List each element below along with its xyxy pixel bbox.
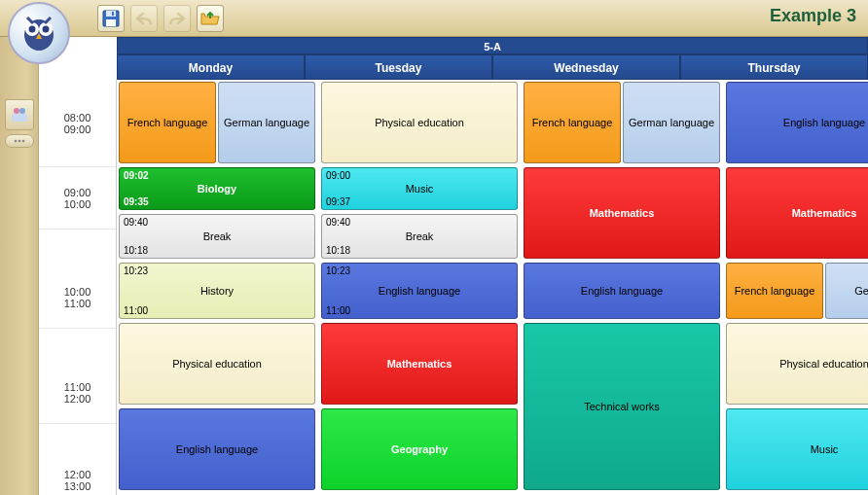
day-column-wed: French languageGerman languageMathematic… — [522, 80, 724, 495]
svg-point-14 — [18, 140, 20, 143]
svg-point-13 — [14, 140, 17, 143]
lesson-block[interactable]: Geography — [321, 408, 518, 490]
lesson-end: 11:00 — [124, 305, 148, 316]
svg-rect-9 — [112, 12, 114, 16]
time-slot: 08:0009:00 — [39, 80, 116, 167]
lesson-block[interactable]: Physical education — [119, 323, 315, 405]
open-button[interactable] — [197, 5, 224, 32]
lesson-block[interactable]: 10:23English language11:00 — [321, 263, 518, 319]
lesson-label: English language — [176, 443, 258, 455]
lesson-block[interactable]: 09:40Break10:18 — [321, 214, 518, 259]
lesson-label: Mathematics — [590, 207, 655, 219]
lesson-label: Music — [406, 183, 434, 194]
lesson-block[interactable]: English language — [524, 263, 720, 319]
lesson-end: 10:18 — [326, 245, 350, 256]
lesson-block[interactable]: German — [825, 263, 868, 319]
time-slot: 10:0011:00 — [39, 266, 116, 329]
toolbar: Example 3 — [0, 0, 868, 37]
lesson-label: Mathematics — [387, 358, 452, 370]
lesson-label: Music — [811, 443, 839, 455]
lesson-label: Physical education — [172, 358, 262, 370]
lesson-block[interactable]: French language — [524, 82, 621, 163]
lesson-label: History — [200, 285, 234, 297]
lesson-block[interactable]: 09:02Biology09:35 — [119, 167, 315, 210]
lesson-label: Physical education — [779, 358, 868, 370]
rail-collapse-button[interactable] — [5, 134, 34, 148]
content-area: 5-A MondayTuesdayWednesdayThursday 08:00… — [0, 37, 868, 495]
lesson-label: French language — [127, 117, 208, 128]
svg-rect-7 — [106, 11, 116, 17]
people-icon — [10, 106, 29, 124]
lesson-end: 11:00 — [326, 305, 350, 316]
svg-point-11 — [19, 108, 25, 114]
lesson-block[interactable]: French language — [726, 263, 823, 319]
lesson-block[interactable]: Mathematics — [321, 323, 518, 405]
lesson-block[interactable]: 10:23History11:00 — [119, 263, 315, 319]
lesson-label: Physical education — [375, 117, 464, 128]
lesson-end: 10:18 — [124, 245, 148, 256]
svg-point-4 — [43, 26, 50, 33]
save-button[interactable] — [97, 5, 125, 32]
timetable-grid: 5-A MondayTuesdayWednesdayThursday 08:00… — [39, 37, 868, 495]
undo-button — [130, 5, 158, 32]
lesson-block[interactable]: Music — [726, 408, 868, 490]
folder-open-icon — [200, 11, 220, 26]
lesson-start: 09:00 — [326, 170, 350, 181]
lesson-end: 09:37 — [326, 196, 350, 207]
svg-point-3 — [29, 26, 36, 33]
time-column: 08:0009:0009:0010:0010:0011:0011:0012:00… — [39, 80, 117, 495]
day-header-thursday[interactable]: Thursday — [680, 54, 868, 80]
app-logo[interactable] — [8, 2, 70, 64]
lesson-label: French language — [532, 117, 613, 128]
lesson-block[interactable]: German language — [623, 82, 720, 163]
lesson-block[interactable]: English language — [726, 82, 868, 163]
lesson-label: German — [854, 285, 868, 297]
time-slot: 11:0012:00 — [39, 362, 116, 424]
svg-rect-8 — [106, 19, 116, 26]
owl-icon — [18, 12, 60, 54]
lesson-block[interactable]: Mathematics — [524, 167, 720, 259]
lesson-block[interactable]: French language — [119, 82, 216, 163]
day-column-thu: English languageMathematicsFrench langua… — [724, 80, 868, 495]
side-rail — [0, 37, 39, 495]
undo-icon — [135, 12, 153, 25]
class-header[interactable]: 5-A — [117, 37, 868, 54]
svg-rect-12 — [12, 114, 27, 122]
lesson-block[interactable]: Physical education — [321, 82, 518, 163]
lesson-start: 10:23 — [124, 265, 148, 276]
day-header-row: MondayTuesdayWednesdayThursday — [117, 54, 868, 80]
lesson-label: Break — [406, 230, 434, 242]
time-slot: 12:0013:00 — [39, 449, 116, 495]
svg-point-15 — [21, 140, 24, 143]
lesson-label: German language — [629, 117, 714, 128]
svg-point-10 — [14, 108, 19, 114]
lesson-start: 09:02 — [124, 170, 149, 181]
lesson-block[interactable]: Technical works — [524, 323, 720, 490]
rail-classes-button[interactable] — [5, 99, 34, 130]
time-slot: 09:0010:00 — [39, 167, 116, 230]
schedule-cells: French languageGerman language09:02Biolo… — [117, 80, 868, 495]
lesson-end: 09:35 — [124, 196, 149, 207]
day-header-wednesday[interactable]: Wednesday — [492, 54, 680, 80]
day-header-tuesday[interactable]: Tuesday — [305, 54, 492, 80]
redo-button — [163, 5, 191, 32]
lesson-block[interactable]: German language — [218, 82, 315, 163]
lesson-block[interactable]: English language — [119, 408, 315, 490]
redo-icon — [168, 12, 186, 25]
lesson-start: 09:40 — [326, 217, 350, 228]
lesson-label: Geography — [391, 443, 448, 455]
lesson-label: Technical works — [584, 401, 660, 412]
lesson-block[interactable]: Mathematics — [726, 167, 868, 259]
day-column-mon: French languageGerman language09:02Biolo… — [117, 80, 319, 495]
lesson-block[interactable]: 09:00Music09:37 — [321, 167, 518, 210]
day-column-tue: Physical education09:00Music09:3709:40Br… — [319, 80, 522, 495]
lesson-block[interactable]: Physical education — [726, 323, 868, 405]
lesson-start: 09:40 — [124, 217, 148, 228]
ellipsis-icon — [13, 137, 26, 145]
lesson-label: English language — [379, 285, 460, 297]
floppy-icon — [102, 10, 120, 27]
lesson-label: Biology — [198, 183, 236, 194]
lesson-block[interactable]: 09:40Break10:18 — [119, 214, 315, 259]
day-header-monday[interactable]: Monday — [117, 54, 305, 80]
lesson-label: French language — [735, 285, 815, 297]
